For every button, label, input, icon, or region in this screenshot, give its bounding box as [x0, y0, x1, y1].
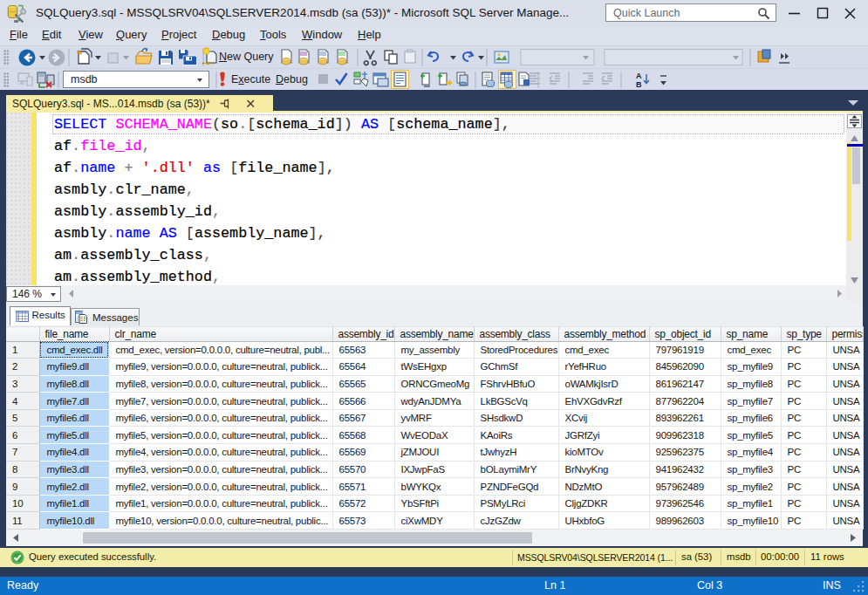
svg-text:B: B — [636, 80, 642, 89]
svg-text:A: A — [636, 72, 642, 80]
